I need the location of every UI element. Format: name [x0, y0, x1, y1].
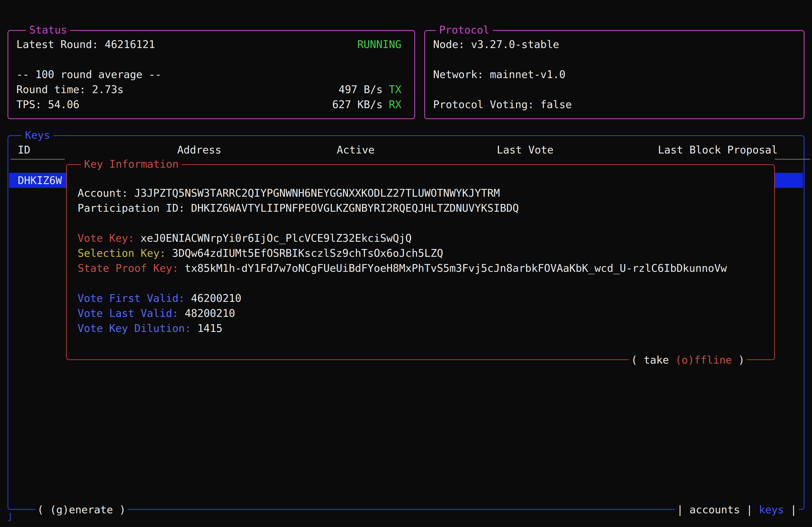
vote-key-value: xeJ0ENIACWNrpYi0r6IjOc_PlcVCE9lZ32EkciSw… — [141, 232, 412, 244]
protocol-panel-title: Protocol — [436, 22, 493, 37]
vote-key-label: Vote Key: — [77, 232, 134, 244]
state-proof-key-value: tx85kM1h-dY1Fd7w7oNCgFUeUiBdFYoeH8MxPhTv… — [185, 262, 727, 274]
take-offline-hotkey: (o)ffline — [675, 354, 732, 366]
rx-rate-value: 627 KB/s — [332, 99, 383, 110]
keys-panel-title: Keys — [22, 128, 54, 143]
status-panel: Status Latest Round: 46216121 RUNNING --… — [8, 30, 415, 119]
header-separator-left — [11, 159, 65, 160]
column-header-address: Address — [177, 142, 221, 157]
vote-last-valid-value: 48200210 — [185, 307, 235, 319]
participation-id-value: DHKIZ6WAVTYLIIPNFPEOVGLKZGNBYRI2RQEQJHLT… — [191, 202, 519, 214]
column-header-active: Active — [337, 142, 375, 157]
state-proof-key-label: State Proof Key: — [77, 262, 178, 274]
column-header-id: ID — [18, 142, 30, 157]
participation-id-label: Participation ID: — [77, 202, 185, 214]
selection-key-label: Selection Key: — [77, 247, 166, 259]
tab-pipe: | — [784, 502, 797, 517]
vote-last-valid-label: Vote Last Valid: — [77, 307, 178, 319]
key-information-modal: Key Information Account: J3JPZTQ5NSW3TAR… — [66, 164, 775, 360]
spacer-row — [77, 215, 774, 230]
network-name: Network: mainnet-v1.0 — [433, 69, 566, 80]
vote-first-valid-label: Vote First Valid: — [77, 292, 185, 304]
vote-key-dilution-label: Vote Key Dilution: — [77, 322, 191, 334]
column-header-last-block-proposal: Last Block Proposal — [658, 142, 778, 157]
account-label: Account: — [77, 187, 128, 199]
keys-panel: Keys ID Address Active Last Vote Last Bl… — [8, 135, 804, 510]
tab-keys[interactable]: keys — [759, 502, 784, 517]
corner-artifact-glyph: j — [8, 511, 13, 521]
tps-value: TPS: 54.06 — [16, 99, 79, 110]
tab-accounts[interactable]: accounts — [690, 502, 740, 517]
header-separator-right — [775, 159, 810, 160]
protocol-panel: Protocol Node: v3.27.0-stable Network: m… — [424, 30, 804, 119]
generate-key-button[interactable]: ( (g)enerate ) — [35, 502, 128, 517]
spacer-row — [16, 52, 402, 67]
selection-key-value: 3DQw64zdIUMt5EfOSRBIKsczlSz9chTsOx6oJch5… — [172, 247, 443, 259]
take-offline-button[interactable]: ( take (o)ffline ) — [629, 352, 747, 367]
tab-pipe: | — [677, 502, 690, 517]
protocol-voting: Protocol Voting: false — [433, 99, 572, 110]
spacer-row — [77, 275, 774, 291]
node-state-badge: RUNNING — [358, 39, 402, 50]
account-value: J3JPZTQ5NSW3TARRC2QIYPGNWNH6NEYGGNXXKODL… — [134, 187, 500, 199]
key-row-id: DHKIZ6W — [18, 175, 62, 186]
node-version: Node: v3.27.0-stable — [433, 39, 559, 50]
tx-rate-value: 497 B/s — [338, 84, 383, 95]
column-header-last-vote: Last Vote — [497, 142, 553, 157]
vote-key-dilution-value: 1415 — [197, 322, 222, 334]
take-offline-prefix: ( take — [631, 354, 675, 366]
tx-rate-unit: TX — [389, 84, 402, 95]
round-average-header: -- 100 round average -- — [16, 69, 161, 80]
round-time-value: Round time: 2.73s — [16, 84, 124, 95]
rx-rate-unit: RX — [389, 99, 402, 110]
key-information-title: Key Information — [81, 157, 182, 172]
tab-pipe: | — [740, 502, 759, 517]
take-offline-suffix: ) — [732, 354, 744, 366]
status-panel-title: Status — [26, 22, 70, 37]
spacer-row — [433, 52, 791, 67]
vote-first-valid-value: 46200210 — [191, 292, 242, 304]
latest-round-value: Latest Round: 46216121 — [16, 39, 155, 50]
view-tab-bar: | accounts | keys | — [675, 502, 799, 517]
spacer-row — [433, 82, 791, 97]
